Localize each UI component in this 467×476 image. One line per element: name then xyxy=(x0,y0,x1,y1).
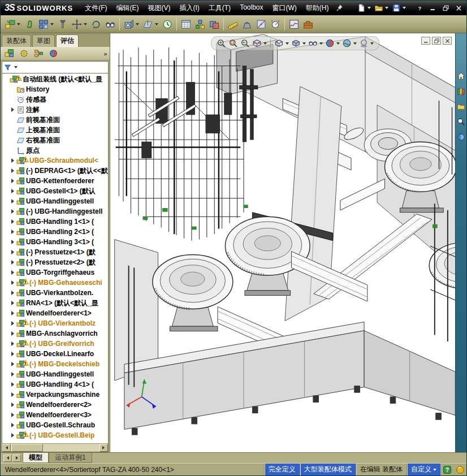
show-hidden-button[interactable] xyxy=(103,18,117,31)
view-orientation-button[interactable] xyxy=(274,38,289,49)
appearances-scenes-button[interactable] xyxy=(456,132,466,142)
tree-item[interactable]: UBG-Handling 4<1> ( xyxy=(2,379,108,390)
section-properties-button[interactable] xyxy=(254,18,268,31)
menu-insert[interactable]: 插入(I) xyxy=(175,1,204,15)
motion-study-button[interactable] xyxy=(161,18,174,31)
insert-component-button[interactable] xyxy=(3,18,22,31)
move-component-button[interactable] xyxy=(70,18,89,31)
dropdown-arrow-icon[interactable] xyxy=(136,23,139,25)
reference-geometry-button[interactable] xyxy=(141,18,160,31)
tree-item[interactable]: MBG-Anschlagvorrich xyxy=(2,328,108,339)
tree-item[interactable]: (-) Presstuetze<2> (默 xyxy=(2,257,108,267)
tree-item[interactable]: 右视基准面 xyxy=(2,135,108,145)
dropdown-arrow-icon[interactable] xyxy=(336,42,340,45)
expand-arrow-icon[interactable] xyxy=(10,219,16,224)
menu-help[interactable]: 帮助(H) xyxy=(301,1,334,15)
dropdown-arrow-icon[interactable] xyxy=(155,23,158,25)
expand-arrow-icon[interactable] xyxy=(10,259,16,265)
tree-item[interactable]: (-) UBG-Gestell.Beip xyxy=(2,430,108,440)
dropdown-arrow-icon[interactable] xyxy=(319,42,323,45)
expand-arrow-icon[interactable] xyxy=(10,422,16,428)
tree-item[interactable]: UBG-Gestell<1> (默认 xyxy=(2,186,108,196)
dropdown-arrow-icon[interactable] xyxy=(84,23,87,25)
quick-tips-icon[interactable]: ? xyxy=(442,465,452,474)
tree-item[interactable]: (-) UBG-Handlinggestell xyxy=(2,206,108,217)
model-3d-view[interactable] xyxy=(110,33,455,437)
tree-item[interactable]: 上视基准面 xyxy=(2,125,108,135)
doc-tab-motion-study-1[interactable]: 运动算例1 xyxy=(49,453,92,463)
open-document-button[interactable] xyxy=(373,2,390,14)
expand-arrow-icon[interactable] xyxy=(10,239,16,245)
zoom-area-button[interactable] xyxy=(228,38,239,49)
save-button[interactable] xyxy=(390,2,408,14)
view-settings-button[interactable] xyxy=(358,38,374,49)
mate-button[interactable] xyxy=(23,18,36,31)
expand-arrow-icon[interactable] xyxy=(10,290,16,296)
new-document-button[interactable] xyxy=(355,2,373,14)
panel-tab-assembly[interactable]: 装配体 xyxy=(2,34,31,47)
expand-arrow-icon[interactable] xyxy=(10,432,16,438)
expand-arrow-icon[interactable] xyxy=(10,351,16,357)
hide-show-items-button[interactable] xyxy=(308,38,323,49)
expand-arrow-icon[interactable] xyxy=(10,321,16,326)
menu-file[interactable]: 文件(F) xyxy=(80,1,111,15)
menu-tools[interactable]: 工具(T) xyxy=(204,1,235,15)
tab-scroll-left-button[interactable] xyxy=(3,455,12,462)
tree-item[interactable]: UBG-Deckel.Linearfo xyxy=(2,349,108,359)
graphics-area[interactable] xyxy=(110,33,455,452)
mass-properties-button[interactable] xyxy=(240,18,254,31)
expand-arrow-icon[interactable] xyxy=(10,371,16,377)
tab-scroll-right-button[interactable] xyxy=(12,455,21,462)
tree-filter[interactable] xyxy=(2,61,109,73)
menu-window[interactable]: 窗口(W) xyxy=(268,1,301,15)
dropdown-arrow-icon[interactable] xyxy=(286,42,289,45)
scroll-track[interactable] xyxy=(43,444,100,452)
tree-item[interactable]: 自动组装线 (默认<默认_显 xyxy=(2,74,108,84)
expand-arrow-icon[interactable] xyxy=(10,158,16,163)
dropdown-arrow-icon[interactable] xyxy=(370,42,374,45)
dropdown-arrow-icon[interactable] xyxy=(367,7,371,9)
doc-restore-button[interactable] xyxy=(432,37,441,45)
tree-item[interactable]: (-) DEPRAG<1> (默认<<默 xyxy=(2,166,108,176)
featuremanager-button[interactable] xyxy=(3,47,16,60)
panel-tab-evaluate[interactable]: 评估 xyxy=(56,34,79,47)
expand-arrow-icon[interactable] xyxy=(10,168,16,174)
tree-item[interactable]: (-) UBG-Greifvorrich xyxy=(2,339,108,349)
status-units[interactable]: 自定义 xyxy=(407,464,440,475)
expand-arrow-icon[interactable] xyxy=(10,361,16,367)
tree-item[interactable]: 原点 xyxy=(2,145,108,155)
simulation-button[interactable] xyxy=(287,18,301,31)
dropdown-arrow-icon[interactable] xyxy=(403,7,406,9)
scroll-right-button[interactable] xyxy=(100,444,108,452)
menu-edit[interactable]: 编辑(E) xyxy=(111,1,143,15)
expand-arrow-icon[interactable] xyxy=(10,300,16,306)
restore-button[interactable] xyxy=(440,3,451,13)
tree-item[interactable]: 前视基准面 xyxy=(2,115,108,125)
help-button[interactable]: ? xyxy=(414,3,425,13)
tree-item[interactable]: (-) MBG-Gehaeuseschi xyxy=(2,278,108,288)
tree-item[interactable]: Verpackungsmaschine xyxy=(2,390,108,400)
expand-arrow-icon[interactable] xyxy=(10,178,16,184)
expand-arrow-icon[interactable] xyxy=(10,249,16,255)
dropdown-arrow-icon[interactable] xyxy=(50,23,54,25)
expand-arrow-icon[interactable] xyxy=(10,188,16,194)
tree-item[interactable]: UBG-Schraubmodul< xyxy=(2,155,108,166)
tree-item[interactable]: RNA<1> (默认<默认_显 xyxy=(2,298,108,308)
displaymanager-button[interactable] xyxy=(47,47,60,60)
interference-detection-button[interactable] xyxy=(207,18,221,31)
tree-item[interactable]: UBG-Kettenfoerderer xyxy=(2,176,108,186)
toolbox-lib-button[interactable] xyxy=(301,18,315,31)
expand-arrow-icon[interactable] xyxy=(10,341,16,347)
bom-button[interactable] xyxy=(179,18,193,31)
measure-button[interactable] xyxy=(226,18,240,31)
expand-arrow-icon[interactable] xyxy=(10,209,16,214)
tree-item[interactable]: Wendelfoerderer<1> xyxy=(2,308,108,318)
panel-expand-chevron[interactable]: » xyxy=(104,50,107,57)
display-style-button[interactable] xyxy=(291,38,306,49)
solidworks-resources-button[interactable] xyxy=(456,71,466,81)
tree-item[interactable]: History xyxy=(2,84,108,94)
configurationmanager-button[interactable] xyxy=(32,47,45,60)
dropdown-arrow-icon[interactable] xyxy=(385,7,388,9)
tree-hscrollbar[interactable] xyxy=(2,443,108,452)
dropdown-arrow-icon[interactable] xyxy=(17,23,20,25)
